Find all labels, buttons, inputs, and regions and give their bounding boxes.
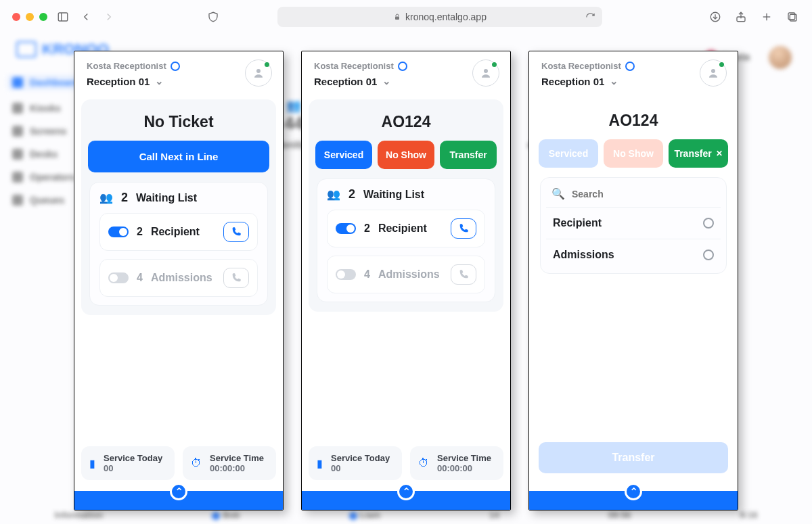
user-icon [625, 62, 635, 71]
ticket-title: AO124 [315, 113, 497, 131]
stat-service-time: ⏱ Service Time00:00:00 [183, 446, 276, 480]
user-icon [398, 62, 407, 71]
transfer-submit-button[interactable]: Transfer [539, 442, 728, 473]
forward-icon[interactable] [102, 9, 116, 24]
people-icon: 👥 [327, 188, 340, 201]
transfer-button[interactable]: Transfer [440, 141, 497, 169]
reload-icon[interactable] [585, 12, 595, 22]
serviced-button[interactable]: Serviced [539, 139, 598, 168]
tabs-icon[interactable] [785, 9, 800, 24]
stat-service-time: ⏱ Service Time00:00:00 [410, 446, 503, 480]
address-bar[interactable]: kronoq.entalgo.app [277, 7, 602, 27]
browser-toolbar: kronoq.entalgo.app [0, 0, 812, 34]
close-icon[interactable]: ✕ [716, 149, 723, 158]
phone-icon: ▮ [317, 457, 323, 470]
bottom-bar: ⌃ [529, 491, 738, 510]
queue-row-admissions[interactable]: 4 Admissions [327, 256, 485, 293]
transfer-button-active[interactable]: Transfer✕ [669, 139, 728, 168]
url-text: kronoq.entalgo.app [405, 11, 487, 22]
avatar-button[interactable] [245, 59, 272, 87]
svg-point-11 [484, 69, 488, 73]
lock-icon [393, 13, 401, 21]
back-icon[interactable] [78, 9, 93, 24]
search-icon: 🔍 [551, 187, 565, 200]
call-icon[interactable] [451, 218, 476, 239]
desk-selector[interactable]: Reception 01⌄ [541, 75, 725, 87]
operator-name: Kosta Receptionist [87, 61, 271, 71]
waiting-label: Waiting List [363, 189, 424, 201]
expand-up-icon[interactable]: ⌃ [170, 483, 187, 500]
chevron-down-icon: ⌄ [610, 75, 618, 87]
ticket-title: AO124 [539, 112, 728, 130]
stat-service-today: ▮ Service Today00 [309, 446, 402, 480]
queue-toggle[interactable] [108, 272, 129, 283]
ticket-title: No Ticket [88, 113, 269, 131]
operator-name: Kosta Receptionist [314, 61, 498, 71]
avatar-button[interactable] [472, 59, 499, 87]
queue-row-recipient[interactable]: 2 Recipient [99, 213, 258, 251]
timer-icon: ⏱ [418, 457, 429, 469]
timer-icon: ⏱ [191, 457, 202, 469]
new-tab-icon[interactable] [759, 9, 774, 24]
window-controls[interactable] [12, 13, 47, 21]
svg-point-12 [711, 69, 715, 73]
no-show-button[interactable]: No Show [378, 141, 434, 169]
people-icon: 👥 [99, 191, 113, 204]
svg-rect-9 [788, 13, 795, 20]
radio-icon[interactable] [703, 249, 714, 260]
serviced-button[interactable]: Serviced [315, 141, 372, 169]
waiting-list-card: 👥 2 Waiting List 2 Recipient 4 Admission… [317, 178, 495, 302]
search-input[interactable] [572, 189, 715, 199]
operator-panel-no-ticket: Kosta Receptionist Reception 01⌄ No Tick… [74, 51, 284, 510]
close-window-icon[interactable] [12, 13, 20, 21]
transfer-option-admissions[interactable]: Admissions [546, 239, 721, 270]
call-icon [451, 264, 476, 285]
no-show-button[interactable]: No Show [604, 139, 663, 168]
user-icon [171, 62, 180, 71]
transfer-option-recipient[interactable]: Recipient [546, 207, 721, 239]
downloads-icon[interactable] [708, 9, 723, 24]
maximize-window-icon[interactable] [39, 13, 47, 21]
avatar-button[interactable] [700, 59, 727, 87]
expand-up-icon[interactable]: ⌃ [625, 483, 642, 500]
share-icon[interactable] [734, 9, 748, 24]
stat-service-today: ▮ Service Today00 [81, 446, 175, 480]
queue-toggle[interactable] [108, 227, 129, 237]
bottom-bar: ⌃ [74, 491, 283, 510]
svg-rect-2 [395, 17, 399, 20]
expand-up-icon[interactable]: ⌃ [397, 483, 415, 500]
operator-panel-transfer: Kosta Receptionist Reception 01⌄ AO124 S… [528, 51, 738, 510]
queue-row-admissions[interactable]: 4 Admissions [99, 259, 258, 297]
waiting-count: 2 [121, 191, 128, 205]
shield-icon[interactable] [206, 9, 221, 24]
svg-rect-8 [790, 14, 796, 21]
queue-toggle[interactable] [336, 269, 356, 280]
call-icon[interactable] [223, 222, 249, 242]
call-icon [223, 268, 249, 288]
radio-icon[interactable] [703, 218, 714, 229]
waiting-count: 2 [348, 187, 355, 201]
sidebar-toggle-icon[interactable] [55, 9, 70, 24]
queue-toggle[interactable] [336, 223, 356, 234]
minimize-window-icon[interactable] [26, 13, 34, 21]
operator-name: Kosta Receptionist [541, 61, 725, 71]
search-row[interactable]: 🔍 [546, 181, 721, 207]
waiting-label: Waiting List [136, 192, 197, 204]
desk-selector[interactable]: Reception 01⌄ [87, 75, 271, 87]
svg-rect-0 [58, 13, 68, 21]
chevron-down-icon: ⌄ [382, 75, 391, 87]
chevron-down-icon: ⌄ [155, 75, 164, 87]
phone-icon: ▮ [89, 457, 95, 470]
queue-row-recipient[interactable]: 2 Recipient [327, 210, 485, 247]
waiting-list-card: 👥 2 Waiting List 2 Recipient 4 Admission… [89, 182, 268, 306]
operator-panel-serving: Kosta Receptionist Reception 01⌄ AO124 S… [301, 51, 511, 510]
transfer-target-list: 🔍 Recipient Admissions [540, 177, 727, 274]
desk-selector[interactable]: Reception 01⌄ [314, 75, 498, 87]
bottom-bar: ⌃ [302, 491, 510, 510]
call-next-button[interactable]: Call Next in Line [88, 141, 269, 172]
svg-point-10 [256, 69, 261, 73]
